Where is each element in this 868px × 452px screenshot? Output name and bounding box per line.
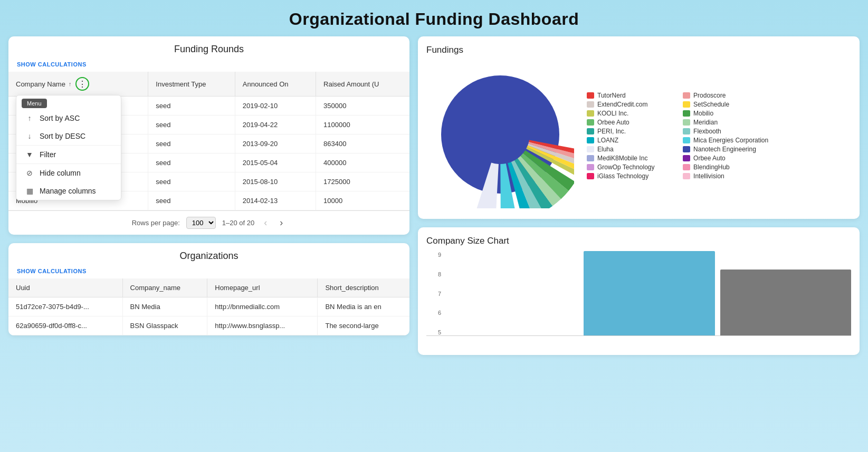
legend-item: Intellivision: [683, 172, 768, 180]
homepage-cell: http://bnmediallc.com: [207, 297, 318, 316]
pagination-info: 1–20 of 20: [222, 219, 254, 227]
description-cell: The second-large: [318, 316, 409, 335]
legend-item: Mobilio: [683, 110, 768, 117]
bar-3: [720, 270, 851, 335]
col-short-description: Short_description: [318, 278, 409, 297]
legend-item: LOANZ: [587, 137, 672, 144]
fundings-panel: Fundings: [418, 36, 860, 219]
funding-rounds-table: Company Name ↑ ⋮ Menu ↑ Sort by ASC: [8, 72, 409, 210]
legend-item: Flexbooth: [683, 128, 768, 135]
filter-label: Filter: [40, 150, 56, 159]
organizations-table: Uuid Company_name Homepage_url Short_des…: [8, 278, 409, 335]
table-row: 51d72ce7-3075-b4d9-... BN Media http://b…: [8, 297, 409, 316]
show-calculations-orgs[interactable]: SHOW CALCULATIONS: [8, 266, 409, 278]
fundings-content: TutorNerdProdoscoreExtendCredit.comSetSc…: [426, 61, 851, 210]
legend-item: Orbee Auto: [683, 155, 768, 162]
announced-on-cell: 2019-04-22: [235, 116, 316, 134]
fundings-title: Fundings: [426, 45, 851, 55]
legend-item: GrowOp Technology: [587, 164, 672, 171]
hide-label: Hide column: [40, 169, 81, 177]
company-size-title: Company Size Chart: [426, 236, 851, 246]
hide-column-item[interactable]: ⊘ Hide column: [16, 164, 121, 182]
homepage-cell: http://www.bsnglassp...: [207, 316, 318, 335]
column-menu-button[interactable]: ⋮: [75, 77, 89, 91]
legend-item: Eluha: [587, 146, 672, 153]
sort-asc-icon: ↑: [69, 81, 72, 87]
legend-item: ExtendCredit.com: [587, 101, 672, 108]
legend-item: Orbee Auto: [587, 119, 672, 126]
company-name-cell: BN Media: [122, 297, 207, 316]
col-header-company-name: Company Name ↑ ⋮ Menu ↑ Sort by ASC: [8, 72, 148, 97]
funding-rounds-panel: Funding Rounds SHOW CALCULATIONS Company…: [8, 36, 409, 235]
pie-chart: [426, 61, 574, 210]
description-cell: BN Media is an en: [318, 297, 409, 316]
col-header-investment-type: Investment Type: [148, 72, 235, 97]
announced-on-cell: 2013-09-20: [235, 134, 316, 153]
col-header-announced-on: Announced On: [235, 72, 316, 97]
bar-2: [584, 251, 714, 335]
bar-chart: 9 8 7 6 5: [426, 252, 851, 347]
uuid-cell: 51d72ce7-3075-b4d9-...: [8, 297, 122, 316]
y-label: 8: [426, 271, 441, 277]
manage-label: Manage columns: [40, 187, 96, 195]
legend-item: BlendingHub: [683, 164, 768, 171]
show-calculations-funding[interactable]: SHOW CALCULATIONS: [8, 59, 409, 72]
funding-rounds-title: Funding Rounds: [8, 36, 409, 59]
investment-type-cell: seed: [148, 172, 235, 191]
legend-item: KOOLI Inc.: [587, 110, 672, 117]
legend-item: iGlass Technology: [587, 172, 672, 180]
investment-type-cell: seed: [148, 191, 235, 210]
col-homepage-url: Homepage_url: [207, 278, 318, 297]
y-label: 5: [426, 329, 441, 335]
menu-label: Menu: [22, 99, 47, 108]
hide-icon: ⊘: [25, 169, 34, 177]
legend-item: Mica Energies Corporation: [683, 137, 768, 144]
company-name-label: Company Name: [16, 80, 65, 88]
organizations-panel: Organizations SHOW CALCULATIONS Uuid Com…: [8, 243, 409, 335]
sort-asc-label: Sort by ASC: [40, 114, 80, 122]
rows-per-page-label: Rows per page:: [132, 219, 180, 227]
next-page-button[interactable]: ›: [276, 216, 286, 229]
investment-type-cell: seed: [148, 116, 235, 134]
organizations-title: Organizations: [8, 243, 409, 266]
legend-item: Meridian: [683, 119, 768, 126]
funding-rounds-table-container: Company Name ↑ ⋮ Menu ↑ Sort by ASC: [8, 72, 409, 235]
investment-type-cell: seed: [148, 97, 235, 116]
legend-item: SetSchedule: [683, 101, 768, 108]
y-label: 9: [426, 252, 441, 258]
table-row: 62a90659-df0d-0ff8-c... BSN Glasspack ht…: [8, 316, 409, 335]
raised-amount-cell: 1100000: [316, 116, 409, 134]
raised-amount-cell: 400000: [316, 153, 409, 172]
raised-amount-cell: 863400: [316, 134, 409, 153]
sort-desc-icon: ↓: [25, 132, 34, 140]
sort-asc-icon: ↑: [25, 114, 34, 122]
y-label: 6: [426, 310, 441, 316]
raised-amount-cell: 1725000: [316, 172, 409, 191]
y-label: 7: [426, 291, 441, 297]
filter-item[interactable]: ▼ Filter: [16, 146, 121, 164]
manage-icon: ▦: [25, 187, 34, 195]
sort-asc-item[interactable]: ↑ Sort by ASC: [16, 109, 121, 127]
announced-on-cell: 2019-02-10: [235, 97, 316, 116]
legend-item: Nanotech Engineering: [683, 146, 768, 153]
announced-on-cell: 2015-05-04: [235, 153, 316, 172]
column-dropdown-menu: Menu ↑ Sort by ASC ↓ Sort by DESC: [16, 95, 121, 200]
rows-per-page-select[interactable]: 100 50 25: [186, 217, 216, 229]
legend-item: Prodoscore: [683, 92, 768, 99]
announced-on-cell: 2015-08-10: [235, 172, 316, 191]
company-size-panel: Company Size Chart 9 8 7 6 5: [418, 227, 860, 355]
sort-desc-item[interactable]: ↓ Sort by DESC: [16, 127, 121, 145]
raised-amount-cell: 10000: [316, 191, 409, 210]
manage-columns-item[interactable]: ▦ Manage columns: [16, 182, 121, 200]
legend-item: MediK8Mobile Inc: [587, 155, 672, 162]
col-company-name: Company_name: [122, 278, 207, 297]
investment-type-cell: seed: [148, 134, 235, 153]
investment-type-cell: seed: [148, 153, 235, 172]
legend-item: TutorNerd: [587, 92, 672, 99]
filter-icon: ▼: [25, 150, 34, 159]
prev-page-button[interactable]: ‹: [261, 216, 270, 229]
announced-on-cell: 2014-02-13: [235, 191, 316, 210]
raised-amount-cell: 350000: [316, 97, 409, 116]
sort-desc-label: Sort by DESC: [40, 132, 85, 140]
page-title: Organizational Funding Dashboard: [0, 0, 868, 36]
